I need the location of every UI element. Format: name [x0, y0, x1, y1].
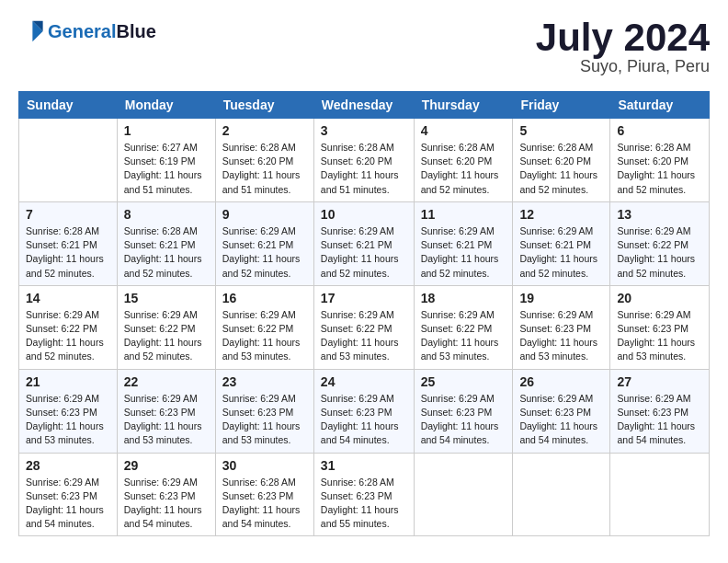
day-header-friday: Friday: [513, 92, 610, 119]
calendar-week-row: 14Sunrise: 6:29 AM Sunset: 6:22 PM Dayli…: [19, 285, 710, 369]
day-info: Sunrise: 6:28 AM Sunset: 6:20 PM Dayligh…: [519, 141, 603, 197]
day-number: 27: [617, 374, 702, 389]
calendar-cell: 24Sunrise: 6:29 AM Sunset: 6:23 PM Dayli…: [313, 369, 414, 453]
day-info: Sunrise: 6:29 AM Sunset: 6:22 PM Dayligh…: [421, 308, 506, 364]
day-info: Sunrise: 6:28 AM Sunset: 6:20 PM Dayligh…: [617, 141, 702, 197]
day-info: Sunrise: 6:29 AM Sunset: 6:22 PM Dayligh…: [321, 308, 407, 364]
day-number: 4: [421, 123, 506, 138]
day-number: 15: [124, 291, 209, 305]
day-info: Sunrise: 6:29 AM Sunset: 6:23 PM Dayligh…: [26, 392, 110, 448]
day-number: 2: [222, 123, 307, 138]
day-info: Sunrise: 6:29 AM Sunset: 6:21 PM Dayligh…: [321, 224, 407, 281]
day-info: Sunrise: 6:28 AM Sunset: 6:23 PM Dayligh…: [321, 476, 407, 532]
calendar-table: SundayMondayTuesdayWednesdayThursdayFrid…: [18, 91, 710, 536]
calendar-cell: 27Sunrise: 6:29 AM Sunset: 6:23 PM Dayli…: [610, 369, 710, 453]
day-number: 20: [617, 291, 702, 305]
day-number: 23: [222, 374, 307, 389]
calendar-week-row: 7Sunrise: 6:28 AM Sunset: 6:21 PM Daylig…: [19, 201, 710, 285]
day-info: Sunrise: 6:29 AM Sunset: 6:23 PM Dayligh…: [617, 308, 702, 364]
calendar-cell: 16Sunrise: 6:29 AM Sunset: 6:22 PM Dayli…: [215, 285, 313, 369]
calendar-cell: 7Sunrise: 6:28 AM Sunset: 6:21 PM Daylig…: [19, 201, 118, 285]
day-number: 1: [124, 123, 209, 138]
day-number: 9: [222, 207, 307, 222]
day-number: 5: [519, 123, 603, 138]
day-info: Sunrise: 6:28 AM Sunset: 6:21 PM Dayligh…: [26, 224, 110, 281]
day-number: 13: [617, 207, 702, 222]
calendar-cell: 13Sunrise: 6:29 AM Sunset: 6:22 PM Dayli…: [610, 201, 710, 285]
day-header-thursday: Thursday: [414, 92, 513, 119]
day-number: 12: [519, 207, 603, 222]
page-header: GeneralBlue July 2024 Suyo, Piura, Peru: [18, 18, 710, 76]
calendar-cell: [513, 453, 610, 536]
day-info: Sunrise: 6:29 AM Sunset: 6:22 PM Dayligh…: [617, 224, 702, 281]
day-header-monday: Monday: [117, 92, 215, 119]
logo-icon: [18, 18, 44, 44]
day-number: 10: [321, 207, 407, 222]
day-info: Sunrise: 6:29 AM Sunset: 6:23 PM Dayligh…: [519, 308, 603, 364]
calendar-week-row: 21Sunrise: 6:29 AM Sunset: 6:23 PM Dayli…: [19, 369, 710, 453]
calendar-cell: 15Sunrise: 6:29 AM Sunset: 6:22 PM Dayli…: [117, 285, 215, 369]
calendar-week-row: 1Sunrise: 6:27 AM Sunset: 6:19 PM Daylig…: [19, 119, 710, 202]
calendar-cell: 14Sunrise: 6:29 AM Sunset: 6:22 PM Dayli…: [19, 285, 118, 369]
day-info: Sunrise: 6:28 AM Sunset: 6:23 PM Dayligh…: [222, 476, 307, 532]
day-info: Sunrise: 6:29 AM Sunset: 6:21 PM Dayligh…: [222, 224, 307, 281]
day-info: Sunrise: 6:29 AM Sunset: 6:23 PM Dayligh…: [124, 392, 209, 448]
calendar-header-row: SundayMondayTuesdayWednesdayThursdayFrid…: [19, 92, 710, 119]
day-number: 8: [124, 207, 209, 222]
day-info: Sunrise: 6:29 AM Sunset: 6:21 PM Dayligh…: [421, 224, 506, 281]
day-number: 16: [222, 291, 307, 305]
calendar-cell: 8Sunrise: 6:28 AM Sunset: 6:21 PM Daylig…: [117, 201, 215, 285]
day-header-wednesday: Wednesday: [313, 92, 414, 119]
day-info: Sunrise: 6:29 AM Sunset: 6:22 PM Dayligh…: [222, 308, 307, 364]
calendar-cell: 10Sunrise: 6:29 AM Sunset: 6:21 PM Dayli…: [313, 201, 414, 285]
day-number: 18: [421, 291, 506, 305]
day-number: 24: [321, 374, 407, 389]
day-number: 25: [421, 374, 506, 389]
calendar-cell: 2Sunrise: 6:28 AM Sunset: 6:20 PM Daylig…: [215, 119, 313, 202]
calendar-cell: 22Sunrise: 6:29 AM Sunset: 6:23 PM Dayli…: [117, 369, 215, 453]
calendar-cell: 5Sunrise: 6:28 AM Sunset: 6:20 PM Daylig…: [513, 119, 610, 202]
calendar-cell: 25Sunrise: 6:29 AM Sunset: 6:23 PM Dayli…: [414, 369, 513, 453]
day-header-saturday: Saturday: [610, 92, 710, 119]
day-info: Sunrise: 6:28 AM Sunset: 6:20 PM Dayligh…: [321, 141, 407, 197]
day-info: Sunrise: 6:29 AM Sunset: 6:23 PM Dayligh…: [617, 392, 702, 448]
day-info: Sunrise: 6:29 AM Sunset: 6:21 PM Dayligh…: [519, 224, 603, 281]
calendar-cell: 6Sunrise: 6:28 AM Sunset: 6:20 PM Daylig…: [610, 119, 710, 202]
day-info: Sunrise: 6:29 AM Sunset: 6:23 PM Dayligh…: [519, 392, 603, 448]
day-info: Sunrise: 6:28 AM Sunset: 6:20 PM Dayligh…: [421, 141, 506, 197]
day-number: 26: [519, 374, 603, 389]
calendar-cell: 9Sunrise: 6:29 AM Sunset: 6:21 PM Daylig…: [215, 201, 313, 285]
day-info: Sunrise: 6:29 AM Sunset: 6:22 PM Dayligh…: [26, 308, 110, 364]
calendar-cell: 28Sunrise: 6:29 AM Sunset: 6:23 PM Dayli…: [19, 453, 118, 536]
calendar-cell: 3Sunrise: 6:28 AM Sunset: 6:20 PM Daylig…: [313, 119, 414, 202]
calendar-cell: 4Sunrise: 6:28 AM Sunset: 6:20 PM Daylig…: [414, 119, 513, 202]
title-block: July 2024 Suyo, Piura, Peru: [536, 18, 710, 76]
calendar-cell: [610, 453, 710, 536]
calendar-week-row: 28Sunrise: 6:29 AM Sunset: 6:23 PM Dayli…: [19, 453, 710, 536]
calendar-cell: 17Sunrise: 6:29 AM Sunset: 6:22 PM Dayli…: [313, 285, 414, 369]
day-info: Sunrise: 6:27 AM Sunset: 6:19 PM Dayligh…: [124, 141, 209, 197]
day-header-tuesday: Tuesday: [215, 92, 313, 119]
calendar-cell: 18Sunrise: 6:29 AM Sunset: 6:22 PM Dayli…: [414, 285, 513, 369]
day-number: 7: [26, 207, 110, 222]
calendar-cell: [19, 119, 118, 202]
subtitle: Suyo, Piura, Peru: [536, 57, 710, 76]
calendar-cell: 19Sunrise: 6:29 AM Sunset: 6:23 PM Dayli…: [513, 285, 610, 369]
main-title: July 2024: [536, 18, 710, 57]
calendar-cell: 30Sunrise: 6:28 AM Sunset: 6:23 PM Dayli…: [215, 453, 313, 536]
day-info: Sunrise: 6:29 AM Sunset: 6:23 PM Dayligh…: [222, 392, 307, 448]
day-number: 3: [321, 123, 407, 138]
day-info: Sunrise: 6:29 AM Sunset: 6:23 PM Dayligh…: [321, 392, 407, 448]
day-number: 14: [26, 291, 110, 305]
calendar-cell: 12Sunrise: 6:29 AM Sunset: 6:21 PM Dayli…: [513, 201, 610, 285]
day-info: Sunrise: 6:29 AM Sunset: 6:23 PM Dayligh…: [421, 392, 506, 448]
day-header-sunday: Sunday: [19, 92, 118, 119]
calendar-cell: 20Sunrise: 6:29 AM Sunset: 6:23 PM Dayli…: [610, 285, 710, 369]
calendar-cell: 1Sunrise: 6:27 AM Sunset: 6:19 PM Daylig…: [117, 119, 215, 202]
day-number: 22: [124, 374, 209, 389]
logo-text: GeneralBlue: [48, 21, 156, 41]
calendar-cell: [414, 453, 513, 536]
calendar-cell: 21Sunrise: 6:29 AM Sunset: 6:23 PM Dayli…: [19, 369, 118, 453]
day-info: Sunrise: 6:28 AM Sunset: 6:20 PM Dayligh…: [222, 141, 307, 197]
calendar-cell: 29Sunrise: 6:29 AM Sunset: 6:23 PM Dayli…: [117, 453, 215, 536]
